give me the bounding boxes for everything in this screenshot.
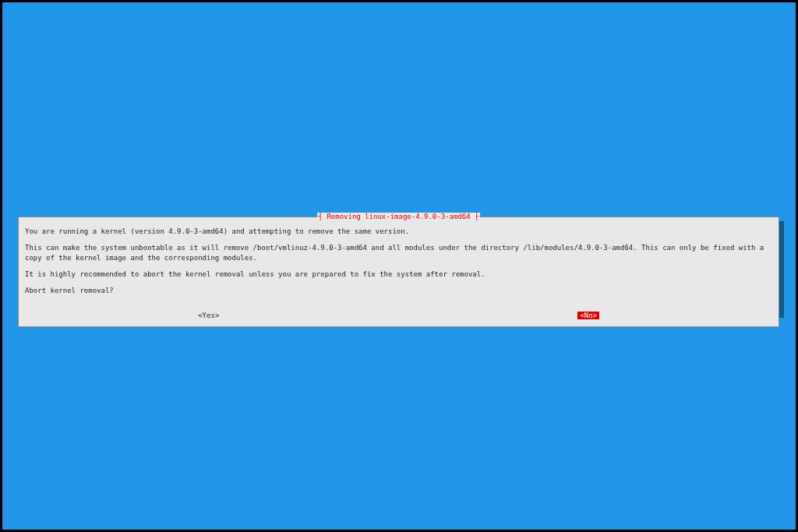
yes-button[interactable]: <Yes>	[196, 312, 221, 319]
button-row: <Yes> <No>	[19, 305, 779, 326]
no-button[interactable]: <No>	[577, 312, 599, 319]
no-column: <No>	[399, 308, 779, 320]
dialog-body: You are running a kernel (version 4.9.0-…	[19, 220, 779, 305]
warning-paragraph-2: This can make the system unbootable as i…	[25, 243, 772, 263]
yes-column: <Yes>	[19, 308, 399, 320]
warning-paragraph-1: You are running a kernel (version 4.9.0-…	[25, 227, 772, 237]
desktop-background: ┤ Removing linux-image-4.9.0-3-amd64 ├ Y…	[2, 2, 796, 530]
dialog-title-row: ┤ Removing linux-image-4.9.0-3-amd64 ├	[19, 217, 779, 220]
kernel-removal-dialog: ┤ Removing linux-image-4.9.0-3-amd64 ├ Y…	[18, 217, 779, 327]
prompt-question: Abort kernel removal?	[25, 286, 772, 296]
dialog-title: ┤ Removing linux-image-4.9.0-3-amd64 ├	[317, 213, 481, 220]
warning-paragraph-3: It is highly recommended to abort the ke…	[25, 270, 772, 280]
